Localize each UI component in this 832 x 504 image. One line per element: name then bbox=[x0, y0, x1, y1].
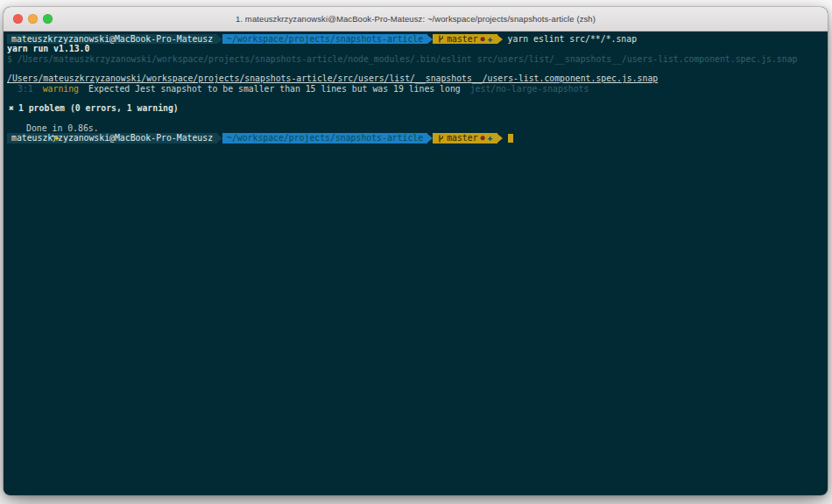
git-branch-icon bbox=[437, 35, 444, 43]
lint-summary-line: ✖ 1 problem (0 errors, 1 warning) bbox=[7, 103, 824, 113]
prompt-line-2: mateuszkrzyzanowski@MacBook-Pro-Mateusz … bbox=[7, 133, 824, 143]
command-text: yarn eslint src/**/*.snap bbox=[503, 34, 637, 44]
git-branch-label: master bbox=[447, 34, 477, 44]
page-background: { "window": { "title": "1. mateuszkrzyza… bbox=[0, 0, 832, 504]
resolved-command-line: $ /Users/mateuszkrzyzanowski/workspace/p… bbox=[7, 54, 824, 64]
powerline-separator-icon bbox=[497, 134, 503, 143]
zoom-button[interactable] bbox=[43, 14, 53, 24]
git-staged-icon: ✚ bbox=[488, 34, 493, 44]
warning-severity: warning bbox=[43, 84, 79, 94]
prompt-git-segment: master ● ✚ bbox=[433, 133, 497, 143]
warning-rule: jest/no-large-snapshots bbox=[470, 84, 589, 94]
sparkles-icon bbox=[10, 123, 20, 133]
git-branch-icon bbox=[437, 135, 444, 143]
traffic-lights bbox=[13, 7, 53, 31]
cwd-label: ~/workspace/projects/snapshots-article bbox=[227, 133, 423, 143]
window-titlebar[interactable]: 1. mateuszkrzyzanowski@MacBook-Pro-Mateu… bbox=[4, 7, 828, 32]
prompt-cwd-segment: ~/workspace/projects/snapshots-article bbox=[222, 133, 427, 143]
prompt-line-1: mateuszkrzyzanowski@MacBook-Pro-Mateusz … bbox=[7, 34, 824, 44]
blank-line bbox=[7, 114, 824, 123]
user-host-label: mateuszkrzyzanowski@MacBook-Pro-Mateusz bbox=[11, 34, 213, 44]
git-branch-label: master bbox=[447, 133, 477, 143]
terminal-window: 1. mateuszkrzyzanowski@MacBook-Pro-Mateu… bbox=[4, 7, 828, 495]
warning-position: 3:1 bbox=[18, 84, 33, 94]
prompt-git-segment: master ● ✚ bbox=[433, 34, 497, 44]
prompt-user-host-segment: mateuszkrzyzanowski@MacBook-Pro-Mateusz bbox=[7, 34, 217, 44]
lint-warning-line: 3:1 warning Expected Jest snapshot to be… bbox=[7, 84, 824, 94]
resolved-command-text: $ /Users/mateuszkrzyzanowski/workspace/p… bbox=[7, 54, 797, 64]
lint-summary-text: 1 problem (0 errors, 1 warning) bbox=[18, 103, 179, 113]
git-staged-icon: ✚ bbox=[488, 133, 493, 143]
blank-line bbox=[7, 64, 824, 74]
minimize-button[interactable] bbox=[28, 14, 38, 24]
warning-message: Expected Jest snapshot to be smaller tha… bbox=[88, 84, 461, 94]
prompt-cwd-segment: ~/workspace/projects/snapshots-article bbox=[222, 34, 427, 44]
done-text: Done in 0.86s. bbox=[26, 123, 99, 133]
error-x-icon: ✖ bbox=[9, 103, 14, 113]
terminal-cursor[interactable] bbox=[508, 134, 513, 143]
yarn-run-version-line: yarn run v1.13.0 bbox=[7, 44, 824, 53]
cwd-label: ~/workspace/projects/snapshots-article bbox=[227, 34, 423, 44]
done-line: Done in 0.86s. bbox=[7, 123, 824, 133]
blank-line bbox=[7, 94, 824, 103]
terminal-screen[interactable]: mateuszkrzyzanowski@MacBook-Pro-Mateusz … bbox=[4, 32, 828, 494]
close-button[interactable] bbox=[13, 14, 23, 24]
lint-file-path-line: /Users/mateuszkrzyzanowski/workspace/pro… bbox=[7, 74, 824, 83]
git-unstaged-icon: ● bbox=[481, 34, 485, 44]
window-title: 1. mateuszkrzyzanowski@MacBook-Pro-Mateu… bbox=[236, 14, 596, 24]
lint-file-path: /Users/mateuszkrzyzanowski/workspace/pro… bbox=[7, 74, 658, 83]
yarn-run-version-text: yarn run v1.13.0 bbox=[7, 44, 89, 53]
git-unstaged-icon: ● bbox=[481, 133, 485, 143]
